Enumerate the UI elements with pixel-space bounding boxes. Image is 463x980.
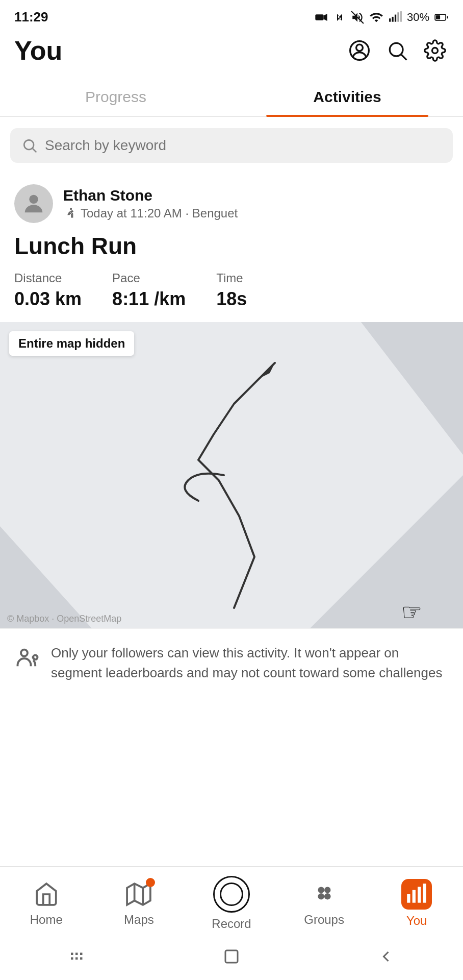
- svg-rect-38: [225, 950, 238, 963]
- svg-rect-0: [315, 14, 323, 20]
- pace-label: Pace: [112, 271, 186, 285]
- map-attribution: © Mapbox · OpenStreetMap: [7, 614, 121, 624]
- svg-rect-34: [80, 953, 83, 955]
- map-hidden-badge: Entire map hidden: [9, 331, 134, 356]
- circle-icon: [222, 947, 241, 966]
- groups-icon: [312, 881, 337, 907]
- nav-home[interactable]: Home: [16, 880, 77, 927]
- svg-rect-35: [71, 958, 73, 960]
- activity-user-info: Ethan Stone Today at 11:20 AM · Benguet: [63, 187, 238, 220]
- search-input[interactable]: [45, 137, 442, 154]
- tab-activities[interactable]: Activities: [232, 76, 463, 116]
- distance-label: Distance: [14, 271, 82, 285]
- svg-rect-4: [392, 16, 393, 21]
- activity-stats: Distance 0.03 km Pace 8:11 /km Time 18s: [14, 271, 449, 310]
- avatar: [14, 184, 53, 223]
- svg-rect-7: [400, 11, 402, 22]
- svg-point-19: [21, 650, 28, 656]
- svg-rect-31: [423, 884, 426, 903]
- home-icon-wrap: [32, 880, 61, 909]
- status-icons: 30%: [314, 10, 449, 24]
- maps-label: Maps: [124, 913, 154, 927]
- battery-text: 30%: [407, 11, 429, 24]
- route-flag: [260, 363, 275, 378]
- search-icon: [386, 39, 408, 62]
- record-icon-wrap: [213, 876, 250, 913]
- svg-rect-28: [407, 894, 410, 903]
- privacy-text: Only your followers can view this activi…: [51, 643, 449, 683]
- svg-rect-30: [418, 887, 421, 902]
- activity-meta: Today at 11:20 AM · Benguet: [63, 206, 238, 220]
- time-label: Time: [216, 271, 247, 285]
- gear-icon: [424, 39, 446, 62]
- record-inner: [220, 883, 243, 906]
- svg-rect-6: [397, 12, 399, 21]
- svg-rect-32: [71, 953, 73, 955]
- map-container: Entire map hidden © Mapbox · OpenStreetM…: [0, 322, 463, 628]
- groups-icon-wrap: [310, 880, 339, 909]
- activity-card: Ethan Stone Today at 11:20 AM · Benguet …: [0, 174, 463, 310]
- record-button[interactable]: [213, 876, 250, 913]
- nav-record[interactable]: Record: [201, 876, 262, 931]
- svg-rect-36: [75, 958, 78, 960]
- person-circle-icon: [348, 39, 371, 62]
- wifi-icon: [369, 10, 383, 24]
- page-title: You: [14, 35, 62, 66]
- profile-button[interactable]: [346, 37, 373, 64]
- svg-line-14: [401, 55, 406, 60]
- svg-rect-5: [395, 14, 396, 21]
- system-nav: [0, 937, 463, 980]
- nav-maps[interactable]: Maps: [108, 880, 169, 927]
- tab-progress[interactable]: Progress: [0, 76, 232, 116]
- nav-groups[interactable]: Groups: [294, 880, 355, 927]
- tabs: Progress Activities: [0, 76, 463, 117]
- sys-nav-menu[interactable]: [66, 945, 88, 968]
- record-label: Record: [212, 917, 251, 931]
- activity-timestamp: Today at 11:20 AM · Benguet: [81, 206, 238, 220]
- followers-icon: [14, 645, 41, 672]
- sys-nav-back[interactable]: [375, 945, 397, 968]
- svg-rect-9: [447, 16, 448, 18]
- nav-you[interactable]: You: [386, 879, 447, 928]
- svg-rect-37: [80, 958, 83, 960]
- signal-icon: [389, 10, 402, 24]
- svg-point-27: [324, 893, 331, 900]
- svg-point-18: [29, 195, 38, 204]
- header: You: [0, 30, 463, 76]
- svg-point-24: [318, 887, 324, 893]
- stat-time: Time 18s: [216, 271, 247, 310]
- you-chart-icon: [404, 881, 429, 907]
- header-icons: [346, 37, 449, 64]
- avatar-icon: [20, 190, 47, 217]
- you-icon-wrap: [401, 879, 432, 910]
- search-button[interactable]: [383, 37, 411, 64]
- svg-point-25: [324, 887, 331, 893]
- maps-icon-wrap: [124, 880, 153, 909]
- svg-point-20: [33, 655, 38, 660]
- sys-nav-home[interactable]: [220, 945, 243, 968]
- svg-point-12: [356, 44, 363, 51]
- search-bar[interactable]: [10, 128, 453, 163]
- you-label: You: [406, 914, 427, 928]
- route-branch: [185, 474, 224, 501]
- home-label: Home: [30, 913, 63, 927]
- settings-button[interactable]: [421, 37, 449, 64]
- run-icon: [63, 207, 76, 220]
- stat-pace: Pace 8:11 /km: [112, 271, 186, 310]
- svg-line-17: [33, 149, 36, 152]
- activity-user-name: Ethan Stone: [63, 187, 238, 204]
- distance-value: 0.03 km: [14, 288, 82, 310]
- svg-point-26: [318, 893, 324, 900]
- activity-header: Ethan Stone Today at 11:20 AM · Benguet: [14, 184, 449, 223]
- menu-icon: [68, 947, 86, 966]
- battery-icon: [434, 10, 449, 24]
- activity-title: Lunch Run: [14, 232, 449, 260]
- home-icon: [34, 881, 59, 907]
- svg-point-16: [24, 140, 34, 150]
- stat-distance: Distance 0.03 km: [14, 271, 82, 310]
- back-icon: [377, 947, 395, 966]
- svg-rect-10: [436, 15, 440, 19]
- bluetooth-icon: [333, 10, 346, 24]
- pace-value: 8:11 /km: [112, 288, 186, 310]
- route-path: [198, 363, 275, 608]
